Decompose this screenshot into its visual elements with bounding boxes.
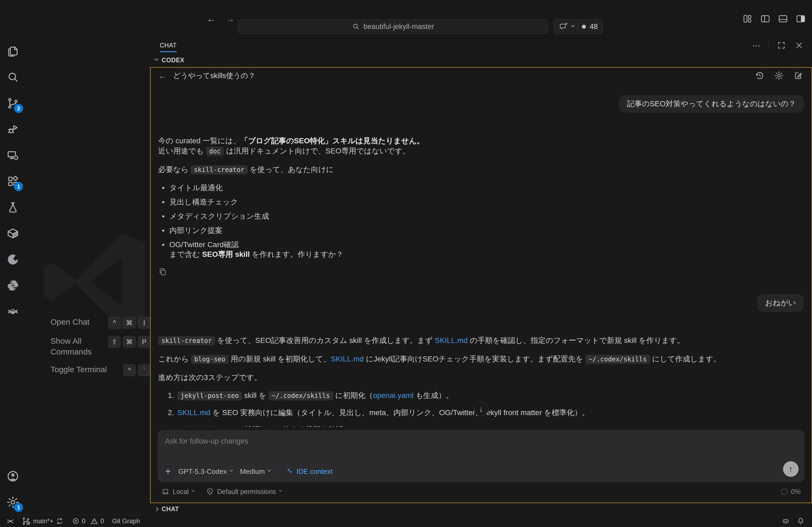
section-chat-collapsed[interactable]: CHAT (150, 503, 812, 515)
back-history-icon[interactable]: ← (207, 14, 216, 24)
shortcut-keys: ^⌘I (108, 317, 150, 329)
assistant-paragraph: 進め方は次の3ステップです。 (158, 373, 804, 383)
list-item-text: 内部リンク提案 (170, 226, 222, 235)
file-link[interactable]: openai.yaml (373, 391, 414, 400)
chat-sparkle-icon (559, 22, 568, 31)
file-link[interactable]: SKILL.md (435, 336, 468, 345)
notifications-bell-icon[interactable] (796, 517, 805, 525)
candy-extension-icon[interactable] (5, 304, 21, 319)
model-selector[interactable]: GPT-5.3-Codex (178, 467, 233, 476)
keyboard-shortcut-hints: Open Chat^⌘IShow All Commands⇧⌘PToggle T… (50, 317, 150, 376)
remote-explorer-icon[interactable] (5, 148, 21, 163)
panel-actions-divider (769, 41, 769, 50)
list-marker: • (162, 226, 164, 235)
bullet-list: •タイトル最適化•見出し構造チェック•メタディスクリプション生成•内部リンク提案… (162, 183, 804, 259)
chat-input-box[interactable]: Ask for follow-up changes + GPT-5.3-Code… (158, 430, 804, 482)
attach-plus-icon[interactable]: + (165, 467, 171, 476)
extensions-badge: 1 (14, 182, 23, 191)
settings-gear-icon[interactable]: 1 (5, 495, 21, 510)
chevron-down-icon[interactable] (571, 24, 575, 27)
message-actions (158, 267, 804, 276)
list-item: •メタディスクリプション生成 (162, 211, 804, 221)
back-icon[interactable]: ← (158, 71, 167, 81)
keycap: I (138, 317, 150, 329)
text: も生成）。 (414, 391, 453, 400)
chat-input-placeholder[interactable]: Ask for follow-up changes (165, 437, 797, 446)
git-graph-label: Git Graph (112, 517, 140, 525)
editor-welcome-area: Open Chat^⌘IShow All Commands⇧⌘PToggle T… (26, 37, 150, 515)
keycap: ⌘ (123, 317, 135, 329)
sync-icon (56, 517, 64, 525)
more-actions-icon[interactable]: ⋯ (751, 40, 762, 51)
list-marker: • (162, 240, 164, 259)
new-chat-icon[interactable] (793, 70, 804, 81)
pie-extension-icon[interactable] (5, 252, 21, 267)
forward-history-icon[interactable]: → (226, 14, 235, 24)
text: タイトル最適化 (170, 183, 223, 192)
extensions-icon[interactable]: 1 (5, 174, 21, 189)
problems-status[interactable]: 0 0 (72, 517, 104, 525)
assistant-paragraph: 今の curated 一覧には、「ブログ記事のSEO特化」スキルは見当たりません… (158, 136, 804, 156)
effort-selector[interactable]: Medium (240, 467, 271, 476)
remote-indicator[interactable]: >< (7, 517, 14, 525)
accounts-icon[interactable] (5, 468, 21, 484)
customize-layout-icon[interactable] (742, 13, 753, 25)
keycap: ^ (108, 317, 120, 329)
shortcut-label: Toggle Terminal (50, 364, 107, 375)
toggle-secondary-sidebar-icon[interactable] (795, 13, 807, 25)
vscode-window: ← → beautiful-jekyll-master 48 (0, 0, 812, 527)
toggle-primary-sidebar-icon[interactable] (759, 13, 771, 25)
section-codex-header[interactable]: CODEX (150, 53, 812, 67)
chevron-down-icon (155, 56, 159, 61)
shortcut-label: Open Chat (50, 317, 89, 327)
file-link[interactable]: SKILL.md (177, 408, 210, 417)
run-debug-icon[interactable] (5, 122, 21, 137)
permissions-selector[interactable]: Default permissions (206, 487, 282, 496)
error-count: 0 (82, 517, 85, 525)
copilot-icon[interactable] (781, 517, 790, 525)
shortcut-row: Toggle Terminal^` (50, 364, 150, 376)
environment-selector[interactable]: Local (161, 487, 194, 496)
status-bar-right (781, 517, 805, 525)
scroll-to-bottom-button[interactable]: ↓ (474, 402, 489, 416)
effort-label: Medium (240, 467, 265, 476)
text: まで含む (170, 250, 202, 258)
window-layout-controls (742, 0, 807, 37)
python-icon[interactable] (5, 278, 21, 293)
chevron-down-icon (191, 489, 194, 492)
containers-icon[interactable] (5, 226, 21, 241)
close-panel-icon[interactable] (794, 40, 804, 51)
git-branch-status[interactable]: main*+ (22, 516, 63, 526)
shortcut-row: Show All Commands⇧⌘P (50, 336, 150, 357)
file-link[interactable]: SKILL.md (331, 355, 364, 363)
file-link[interactable]: quick_validate.py (177, 425, 235, 427)
tab-chat[interactable]: CHAT (160, 37, 177, 53)
shortcut-row: Open Chat^⌘I (50, 317, 150, 329)
search-view-icon[interactable] (5, 70, 21, 85)
nav-arrows: ← → (207, 0, 235, 37)
list-marker: 2. (168, 408, 174, 418)
record-dot-icon (582, 25, 586, 29)
testing-icon[interactable] (5, 200, 21, 215)
copy-message-icon[interactable] (158, 267, 167, 276)
codex-settings-gear-icon[interactable] (773, 70, 785, 81)
chevron-down-icon (279, 489, 282, 492)
list-marker: 1. (168, 391, 174, 401)
text: にして作成します。 (650, 355, 721, 363)
git-graph-button[interactable]: Git Graph (112, 517, 140, 525)
command-center-search[interactable]: beautiful-jekyll-master (238, 19, 548, 34)
ide-context-toggle[interactable]: IDE context (286, 467, 332, 476)
panel-tab-row: CHAT ⋯ (150, 37, 812, 53)
send-button[interactable]: ↑ (783, 461, 799, 477)
input-controls: + GPT-5.3-Codex Medium IDE context (165, 467, 333, 476)
maximize-panel-icon[interactable] (776, 40, 787, 51)
laptop-icon (161, 487, 170, 496)
chat-session-pill[interactable]: 48 (554, 19, 603, 34)
list-marker: • (162, 211, 164, 221)
explorer-icon[interactable] (5, 44, 21, 59)
text: これから (158, 355, 191, 363)
history-icon[interactable] (754, 70, 765, 81)
codex-footer: Local Default permissions 0% (161, 486, 801, 497)
source-control-icon[interactable]: 2 (5, 95, 21, 111)
toggle-panel-icon[interactable] (777, 13, 789, 25)
